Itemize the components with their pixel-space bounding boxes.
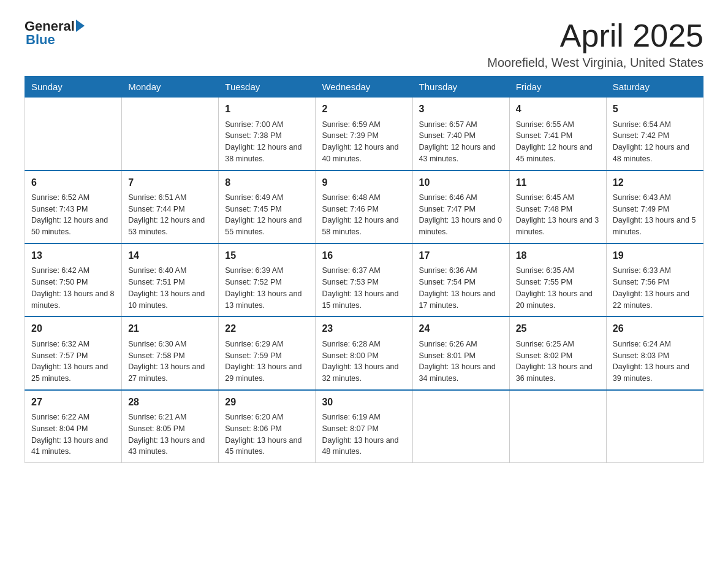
calendar-cell: 1Sunrise: 7:00 AM Sunset: 7:38 PM Daylig… xyxy=(219,98,316,170)
header-friday: Friday xyxy=(509,77,606,98)
calendar-cell: 4Sunrise: 6:55 AM Sunset: 7:41 PM Daylig… xyxy=(509,98,606,170)
header-tuesday: Tuesday xyxy=(219,77,316,98)
calendar-cell: 16Sunrise: 6:37 AM Sunset: 7:53 PM Dayli… xyxy=(316,243,412,316)
day-number: 13 xyxy=(31,249,115,262)
calendar-cell: 20Sunrise: 6:32 AM Sunset: 7:57 PM Dayli… xyxy=(25,316,122,389)
calendar-cell xyxy=(25,98,122,170)
calendar-week-row: 6Sunrise: 6:52 AM Sunset: 7:43 PM Daylig… xyxy=(25,170,703,243)
logo: General Blue xyxy=(25,18,85,48)
calendar-cell: 26Sunrise: 6:24 AM Sunset: 8:03 PM Dayli… xyxy=(606,316,703,389)
day-number: 12 xyxy=(613,176,697,190)
day-number: 10 xyxy=(419,176,503,190)
day-info: Sunrise: 6:29 AM Sunset: 7:59 PM Dayligh… xyxy=(225,339,309,385)
day-number: 1 xyxy=(225,102,309,116)
calendar-cell: 13Sunrise: 6:42 AM Sunset: 7:50 PM Dayli… xyxy=(25,243,122,316)
day-number: 21 xyxy=(128,322,212,335)
day-number: 28 xyxy=(128,396,212,409)
calendar-cell: 29Sunrise: 6:20 AM Sunset: 8:06 PM Dayli… xyxy=(219,390,316,463)
day-info: Sunrise: 6:25 AM Sunset: 8:02 PM Dayligh… xyxy=(516,339,600,385)
header-wednesday: Wednesday xyxy=(316,77,412,98)
day-info: Sunrise: 6:46 AM Sunset: 7:47 PM Dayligh… xyxy=(419,192,503,238)
day-info: Sunrise: 6:48 AM Sunset: 7:46 PM Dayligh… xyxy=(322,192,406,238)
day-number: 22 xyxy=(225,322,309,335)
day-number: 16 xyxy=(322,249,406,262)
calendar-cell: 22Sunrise: 6:29 AM Sunset: 7:59 PM Dayli… xyxy=(219,316,316,389)
day-number: 18 xyxy=(516,249,600,262)
calendar-cell: 27Sunrise: 6:22 AM Sunset: 8:04 PM Dayli… xyxy=(25,390,122,463)
calendar-cell: 9Sunrise: 6:48 AM Sunset: 7:46 PM Daylig… xyxy=(316,170,412,243)
calendar-week-row: 27Sunrise: 6:22 AM Sunset: 8:04 PM Dayli… xyxy=(25,390,703,463)
calendar-cell xyxy=(509,390,606,463)
day-number: 9 xyxy=(322,176,406,190)
day-info: Sunrise: 6:24 AM Sunset: 8:03 PM Dayligh… xyxy=(613,339,697,385)
month-title: April 2025 xyxy=(487,18,703,53)
calendar-cell xyxy=(412,390,509,463)
day-number: 4 xyxy=(516,102,600,116)
calendar-header-row: SundayMondayTuesdayWednesdayThursdayFrid… xyxy=(25,77,703,98)
calendar-cell: 5Sunrise: 6:54 AM Sunset: 7:42 PM Daylig… xyxy=(606,98,703,170)
calendar-cell: 21Sunrise: 6:30 AM Sunset: 7:58 PM Dayli… xyxy=(122,316,219,389)
calendar-table: SundayMondayTuesdayWednesdayThursdayFrid… xyxy=(25,76,703,463)
logo-arrow-icon xyxy=(76,20,85,32)
calendar-cell: 6Sunrise: 6:52 AM Sunset: 7:43 PM Daylig… xyxy=(25,170,122,243)
calendar-cell xyxy=(606,390,703,463)
day-info: Sunrise: 6:30 AM Sunset: 7:58 PM Dayligh… xyxy=(128,339,212,385)
day-info: Sunrise: 6:19 AM Sunset: 8:07 PM Dayligh… xyxy=(322,412,406,458)
day-info: Sunrise: 6:33 AM Sunset: 7:56 PM Dayligh… xyxy=(613,265,697,311)
day-number: 5 xyxy=(613,102,697,116)
calendar-week-row: 13Sunrise: 6:42 AM Sunset: 7:50 PM Dayli… xyxy=(25,243,703,316)
day-info: Sunrise: 6:49 AM Sunset: 7:45 PM Dayligh… xyxy=(225,192,309,238)
day-number: 15 xyxy=(225,249,309,262)
header-thursday: Thursday xyxy=(412,77,509,98)
day-number: 11 xyxy=(516,176,600,190)
calendar-cell: 8Sunrise: 6:49 AM Sunset: 7:45 PM Daylig… xyxy=(219,170,316,243)
day-info: Sunrise: 6:59 AM Sunset: 7:39 PM Dayligh… xyxy=(322,119,406,165)
calendar-cell: 2Sunrise: 6:59 AM Sunset: 7:39 PM Daylig… xyxy=(316,98,412,170)
calendar-cell: 18Sunrise: 6:35 AM Sunset: 7:55 PM Dayli… xyxy=(509,243,606,316)
day-info: Sunrise: 6:42 AM Sunset: 7:50 PM Dayligh… xyxy=(31,265,115,311)
calendar-cell: 11Sunrise: 6:45 AM Sunset: 7:48 PM Dayli… xyxy=(509,170,606,243)
calendar-cell: 17Sunrise: 6:36 AM Sunset: 7:54 PM Dayli… xyxy=(412,243,509,316)
calendar-week-row: 1Sunrise: 7:00 AM Sunset: 7:38 PM Daylig… xyxy=(25,98,703,170)
calendar-cell: 12Sunrise: 6:43 AM Sunset: 7:49 PM Dayli… xyxy=(606,170,703,243)
day-info: Sunrise: 6:37 AM Sunset: 7:53 PM Dayligh… xyxy=(322,265,406,311)
day-info: Sunrise: 6:40 AM Sunset: 7:51 PM Dayligh… xyxy=(128,265,212,311)
calendar-cell: 14Sunrise: 6:40 AM Sunset: 7:51 PM Dayli… xyxy=(122,243,219,316)
header-sunday: Sunday xyxy=(25,77,122,98)
day-number: 3 xyxy=(419,102,503,116)
day-number: 6 xyxy=(31,176,115,190)
day-info: Sunrise: 6:43 AM Sunset: 7:49 PM Dayligh… xyxy=(613,192,697,238)
day-number: 23 xyxy=(322,322,406,335)
page-header: General Blue April 2025 Moorefield, West… xyxy=(25,18,703,70)
day-info: Sunrise: 6:26 AM Sunset: 8:01 PM Dayligh… xyxy=(419,339,503,385)
calendar-cell: 15Sunrise: 6:39 AM Sunset: 7:52 PM Dayli… xyxy=(219,243,316,316)
calendar-cell: 7Sunrise: 6:51 AM Sunset: 7:44 PM Daylig… xyxy=(122,170,219,243)
calendar-cell: 30Sunrise: 6:19 AM Sunset: 8:07 PM Dayli… xyxy=(316,390,412,463)
day-number: 20 xyxy=(31,322,115,335)
day-info: Sunrise: 6:35 AM Sunset: 7:55 PM Dayligh… xyxy=(516,265,600,311)
day-info: Sunrise: 6:28 AM Sunset: 8:00 PM Dayligh… xyxy=(322,339,406,385)
day-info: Sunrise: 6:36 AM Sunset: 7:54 PM Dayligh… xyxy=(419,265,503,311)
day-info: Sunrise: 6:22 AM Sunset: 8:04 PM Dayligh… xyxy=(31,412,115,458)
title-block: April 2025 Moorefield, West Virginia, Un… xyxy=(487,18,703,70)
day-info: Sunrise: 6:20 AM Sunset: 8:06 PM Dayligh… xyxy=(225,412,309,458)
day-info: Sunrise: 6:52 AM Sunset: 7:43 PM Dayligh… xyxy=(31,192,115,238)
day-number: 24 xyxy=(419,322,503,335)
day-number: 27 xyxy=(31,396,115,409)
day-info: Sunrise: 7:00 AM Sunset: 7:38 PM Dayligh… xyxy=(225,119,309,165)
day-info: Sunrise: 6:32 AM Sunset: 7:57 PM Dayligh… xyxy=(31,339,115,385)
calendar-cell: 19Sunrise: 6:33 AM Sunset: 7:56 PM Dayli… xyxy=(606,243,703,316)
day-number: 30 xyxy=(322,396,406,409)
day-number: 7 xyxy=(128,176,212,190)
calendar-cell: 10Sunrise: 6:46 AM Sunset: 7:47 PM Dayli… xyxy=(412,170,509,243)
calendar-cell: 25Sunrise: 6:25 AM Sunset: 8:02 PM Dayli… xyxy=(509,316,606,389)
calendar-week-row: 20Sunrise: 6:32 AM Sunset: 7:57 PM Dayli… xyxy=(25,316,703,389)
header-saturday: Saturday xyxy=(606,77,703,98)
day-number: 19 xyxy=(613,249,697,262)
calendar-cell: 23Sunrise: 6:28 AM Sunset: 8:00 PM Dayli… xyxy=(316,316,412,389)
day-info: Sunrise: 6:57 AM Sunset: 7:40 PM Dayligh… xyxy=(419,119,503,165)
location-title: Moorefield, West Virginia, United States xyxy=(487,56,703,70)
day-info: Sunrise: 6:45 AM Sunset: 7:48 PM Dayligh… xyxy=(516,192,600,238)
day-info: Sunrise: 6:39 AM Sunset: 7:52 PM Dayligh… xyxy=(225,265,309,311)
day-number: 26 xyxy=(613,322,697,335)
